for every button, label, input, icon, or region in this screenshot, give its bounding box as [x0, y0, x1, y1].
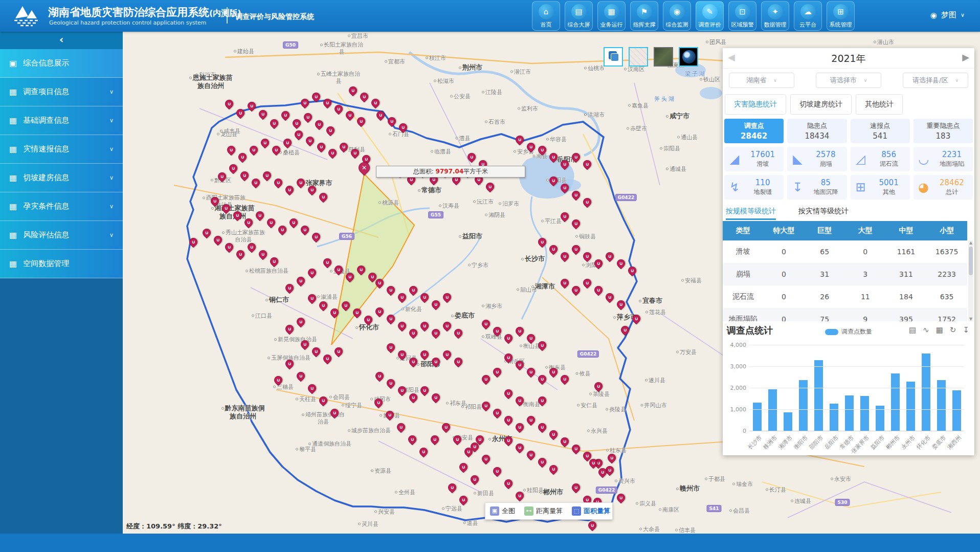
tab-其他统计[interactable]: 其他统计	[856, 94, 903, 115]
nav-item-业务运行[interactable]: ▦业务运行	[597, 1, 626, 31]
table-cell: 75	[804, 308, 845, 321]
user-menu[interactable]: ◉ 梦图 ∨	[930, 10, 965, 20]
sidebar-item-综合信息展示[interactable]: ▣综合信息展示	[0, 49, 123, 78]
bar-长沙市[interactable]	[753, 403, 762, 431]
map-label: 斧头湖	[654, 95, 676, 103]
map-label: 信丰县	[675, 526, 696, 534]
summary-card-速报点[interactable]: 速报点541	[851, 119, 910, 143]
measure-button-距离量算[interactable]: ⊷距离量算	[520, 506, 567, 516]
app-logo	[11, 3, 43, 29]
bar-郴州市[interactable]	[891, 373, 900, 431]
summary-card-重要隐患点[interactable]: 重要隐患点183	[914, 119, 973, 143]
sidebar-item-风险评估信息[interactable]: ▦风险评估信息∨	[0, 221, 123, 250]
bar-常德市[interactable]	[845, 395, 854, 431]
chevron-down-icon: ∨	[955, 78, 959, 83]
hazard-card-地面沉降[interactable]: ↧85地面沉降	[787, 175, 847, 200]
main-nav: ⌂首页▤综合大屏▦业务运行⚑指挥支撑◉综合监测✎调查评价⊡区域预警✦数据管理☁云…	[532, 1, 855, 31]
chevron-down-icon: ∨	[109, 232, 114, 238]
chart-legend[interactable]: 调查点数量	[825, 327, 872, 336]
map-label: 仙桃市	[584, 64, 605, 72]
hazard-card-泥石流[interactable]: ◿856泥石流	[851, 147, 910, 171]
table-row[interactable]: 泥石流02611184635	[723, 285, 967, 308]
hazard-card-地面塌陷[interactable]: ◡2231地面塌陷	[914, 147, 973, 171]
bar-永州市[interactable]	[906, 382, 915, 431]
nav-item-首页[interactable]: ⌂首页	[532, 1, 560, 31]
subtab-按灾情等级统计[interactable]: 按灾情等级统计	[798, 207, 849, 220]
sidebar-item-调查项目信息[interactable]: ▦调查项目信息∨	[0, 78, 123, 106]
tab-灾害隐患统计[interactable]: 灾害隐患统计	[725, 94, 786, 115]
nav-item-指挥支撑[interactable]: ⚑指挥支撑	[630, 1, 658, 31]
bar-岳阳市[interactable]	[830, 404, 838, 431]
layer-button-satellite[interactable]	[654, 47, 673, 67]
eye-icon[interactable]: ◉	[930, 11, 937, 20]
table-scrollbar[interactable]: ▲▼	[968, 240, 973, 321]
region-select-请选择市[interactable]: 请选择市∨	[816, 73, 881, 88]
sidebar-item-孕灾条件信息[interactable]: ▦孕灾条件信息∨	[0, 192, 123, 221]
table-row[interactable]: 滑坡0650116116375	[723, 240, 967, 263]
nav-item-调查评价[interactable]: ✎调查评价	[696, 1, 724, 31]
region-select-湖南省[interactable]: 湖南省∨	[729, 73, 794, 88]
table-cell: 崩塌	[723, 263, 764, 285]
map-label: 赣州市	[676, 484, 700, 493]
hazard-card-滑坡[interactable]: ◢17601滑坡	[724, 147, 784, 171]
map-label: 茶陵县	[589, 390, 610, 398]
map-label: 溆浦县	[317, 293, 338, 301]
subtab-按规模等级统计[interactable]: 按规模等级统计	[726, 207, 776, 220]
map-label: 临澧县	[431, 148, 451, 156]
measure-button-全图[interactable]: ▣全图	[485, 506, 520, 516]
sidebar-item-基础调查信息[interactable]: ▦基础调查信息∨	[0, 106, 123, 135]
road-badge: G50	[283, 41, 298, 49]
区域预警-icon: ⊡	[735, 4, 750, 19]
layer-button-globe[interactable]	[679, 47, 698, 67]
sidebar-collapse-button[interactable]: ‹	[0, 32, 123, 49]
table-row[interactable]: 崩塌03133112233	[723, 263, 967, 285]
map-label: 炎陵县	[606, 406, 626, 413]
map-label: 汨罗市	[499, 200, 519, 208]
nav-item-综合监测[interactable]: ◉综合监测	[663, 1, 691, 31]
hazard-card-其他[interactable]: ⊞5001其他	[851, 175, 910, 200]
layer-button-layers[interactable]	[604, 47, 623, 67]
line-chart-icon[interactable]: ∿	[923, 325, 929, 335]
nav-item-综合大屏[interactable]: ▤综合大屏	[565, 1, 593, 31]
measure-button-label: 面积量算	[584, 506, 610, 516]
summary-card-隐患点[interactable]: 隐患点18434	[787, 119, 847, 143]
bar-湘西州[interactable]	[952, 390, 961, 431]
nav-item-系统管理[interactable]: ⊞系统管理	[827, 1, 855, 31]
map-label: 资兴市	[615, 477, 635, 485]
road-badge: G0422	[615, 194, 637, 201]
table-cell: 地面塌陷	[723, 308, 764, 321]
chevron-down-icon: ∨	[773, 78, 777, 83]
sidebar-item-灾情速报信息[interactable]: ▦灾情速报信息∨	[0, 135, 123, 164]
sidebar-item-切坡建房信息[interactable]: ▦切坡建房信息∨	[0, 164, 123, 192]
region-select-请选择县/区[interactable]: 请选择县/区∨	[903, 73, 968, 88]
layer-button-street[interactable]	[629, 47, 648, 67]
sidebar-item-空间数据管理[interactable]: ▦空间数据管理	[0, 250, 123, 278]
year-prev-button[interactable]: ◀	[728, 52, 735, 62]
bar-湘潭市[interactable]	[784, 412, 792, 431]
chevron-down-icon: ∨	[109, 146, 114, 152]
sidebar-item-label: 切坡建房信息	[23, 173, 69, 183]
data-view-icon[interactable]: ▤	[909, 325, 916, 335]
measure-button-面积量算[interactable]: ⬚面积量算	[567, 506, 615, 516]
hazard-card-总计[interactable]: ◕28462总计	[914, 175, 973, 200]
bar-株洲市[interactable]	[768, 389, 777, 431]
tab-切坡建房统计[interactable]: 切坡建房统计	[790, 94, 852, 115]
nav-item-云平台[interactable]: ☁云平台	[794, 1, 822, 31]
download-icon[interactable]: ↧	[963, 325, 969, 335]
nav-item-数据管理[interactable]: ✦数据管理	[761, 1, 789, 31]
bar-怀化市[interactable]	[922, 354, 930, 431]
table-row[interactable]: 地面塌陷07593951752	[723, 308, 967, 321]
map-label: 安福县	[681, 277, 702, 284]
bar-邵阳市[interactable]	[814, 360, 823, 431]
map-label: 于都县	[705, 475, 725, 483]
bar-张家界市[interactable]	[860, 396, 869, 431]
hazard-card-崩塌[interactable]: ◣2578崩塌	[787, 147, 847, 171]
refresh-icon[interactable]: ↻	[950, 325, 956, 335]
summary-card-调查点[interactable]: 调查点28462	[724, 119, 784, 143]
map-label: 兴安县	[374, 508, 395, 516]
nav-item-区域预警[interactable]: ⊡区域预警	[728, 1, 756, 31]
hazard-card-地裂缝[interactable]: ↯110地裂缝	[724, 175, 784, 200]
bar-chart-icon[interactable]: ▦	[936, 325, 943, 335]
year-next-button[interactable]: ▶	[962, 52, 969, 62]
map-label: 南康区	[659, 506, 679, 514]
